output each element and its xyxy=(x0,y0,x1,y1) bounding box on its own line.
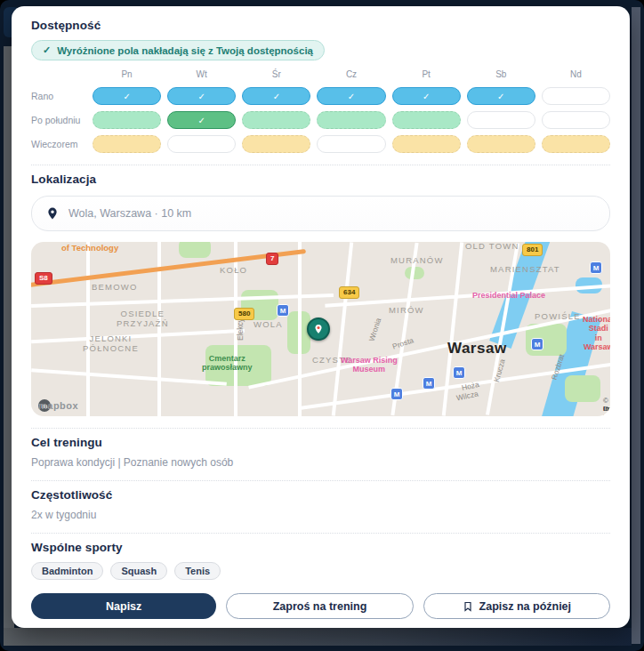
metro-icon: M xyxy=(423,377,435,390)
window-backdrop: Dostępność ✓ Wyróżnione pola nakładają s… xyxy=(0,0,644,651)
invite-to-training-button[interactable]: Zaproś na trening xyxy=(226,593,413,619)
availability-overlap-text: Wyróżnione pola nakładają się z Twoją do… xyxy=(57,45,313,56)
road xyxy=(442,242,463,415)
map-label: Warsaw xyxy=(447,340,507,358)
park xyxy=(565,375,600,402)
map-label: WOLA xyxy=(254,320,283,330)
availability-cell[interactable] xyxy=(93,135,161,153)
availability-cell[interactable] xyxy=(392,111,461,129)
map-label: Wilcza xyxy=(455,390,479,404)
day-label: Nd xyxy=(542,69,610,81)
map-label: Cmentarz prawosławny xyxy=(202,354,253,373)
metro-icon: M xyxy=(453,366,465,379)
check-icon: ✓ xyxy=(43,44,51,56)
availability-cell[interactable] xyxy=(467,111,535,129)
location-value: Wola, Warszawa · 10 km xyxy=(68,207,191,220)
availability-cell[interactable] xyxy=(317,135,385,153)
section-title-frequency: Częstotliwość xyxy=(31,488,610,502)
map-label: BEMOWO xyxy=(92,283,138,293)
road xyxy=(325,283,610,308)
metro-icon: M xyxy=(277,304,289,317)
map-label: Wronia xyxy=(368,317,384,342)
availability-cell[interactable] xyxy=(242,135,310,153)
divider xyxy=(31,480,610,481)
sport-chip[interactable]: Squash xyxy=(110,562,167,580)
map-label: OSIEDLE PRZYJAŹŃ xyxy=(117,309,169,329)
section-title-sports: Wspólne sporty xyxy=(31,541,610,554)
map-label: MURANÓW xyxy=(390,256,444,266)
day-label: Cz xyxy=(317,69,385,81)
day-label: Pt xyxy=(392,69,461,81)
map[interactable]: m mapbox © Mapbox © OpenStreetMap Improv… xyxy=(31,242,610,416)
divider xyxy=(31,428,610,429)
time-slot-label: Po południu xyxy=(31,115,86,125)
write-message-button[interactable]: Napisz xyxy=(31,593,216,619)
metro-icon: M xyxy=(390,388,403,400)
divider xyxy=(31,533,610,534)
availability-overlap-badge: ✓ Wyróżnione pola nakładają się z Twoją … xyxy=(31,40,325,60)
location-pin-icon xyxy=(46,207,59,220)
availability-cell[interactable]: ✓ xyxy=(167,87,236,105)
park xyxy=(179,242,211,258)
road-shield: 634 xyxy=(339,286,359,299)
map-label: MARIENSZTAT xyxy=(490,265,560,275)
divider xyxy=(31,165,610,165)
road xyxy=(332,242,353,415)
availability-cell[interactable] xyxy=(317,111,385,129)
availability-cell[interactable] xyxy=(167,135,236,153)
metro-icon: M xyxy=(590,261,602,274)
map-label: KOŁO xyxy=(220,266,247,276)
section-title-location: Lokalizacja xyxy=(31,173,610,186)
section-title-availability: Dostępność xyxy=(31,19,610,32)
map-label: National Stadi in Warsaw xyxy=(583,315,610,351)
sport-chip[interactable]: Tenis xyxy=(174,562,221,580)
day-label: Śr xyxy=(242,69,310,81)
availability-cell[interactable]: ✓ xyxy=(93,87,161,105)
highway xyxy=(31,249,306,289)
availability-cell[interactable]: ✓ xyxy=(317,87,385,105)
improve-map-link[interactable]: Improve this map xyxy=(603,405,610,416)
time-slot-label: Wieczorem xyxy=(31,139,86,149)
road-shield: 7 xyxy=(266,253,278,265)
availability-cell[interactable]: ✓ xyxy=(392,87,461,105)
time-slot-label: Rano xyxy=(31,91,86,101)
map-label: of Technology xyxy=(61,244,118,253)
availability-cell[interactable]: ✓ xyxy=(467,87,535,105)
road xyxy=(86,242,90,416)
location-marker[interactable] xyxy=(307,317,330,341)
bookmark-icon xyxy=(463,601,473,612)
availability-cell[interactable]: ✓ xyxy=(242,87,310,105)
availability-cell[interactable] xyxy=(542,135,610,153)
backdrop-right-strip xyxy=(632,7,640,644)
sports-chip-list: BadmintonSquashTenis xyxy=(31,562,610,580)
frequency-value: 2x w tygodniu xyxy=(31,509,610,521)
availability-cell[interactable] xyxy=(542,111,610,129)
section-title-goal: Cel treningu xyxy=(31,436,610,449)
road-shield: 580 xyxy=(234,308,254,320)
day-label: Wt xyxy=(167,69,236,81)
action-bar: Napisz Zaproś na trening Zapisz na późni… xyxy=(31,593,610,619)
road xyxy=(298,242,302,416)
availability-cell[interactable] xyxy=(242,111,310,129)
road xyxy=(31,368,227,385)
profile-detail-card: Dostępność ✓ Wyróżnione pola nakładają s… xyxy=(12,6,630,628)
map-label: MIRÓW xyxy=(389,306,424,316)
availability-grid: PnWtŚrCzPtSbNdRano✓✓✓✓✓✓Po południu✓Wiec… xyxy=(31,69,610,153)
day-label: Pn xyxy=(93,69,161,81)
availability-cell[interactable]: ✓ xyxy=(167,111,236,129)
road-shield: 801 xyxy=(522,244,543,256)
availability-cell[interactable] xyxy=(93,111,161,129)
availability-cell[interactable] xyxy=(392,135,461,153)
map-label: Presidential Palace xyxy=(472,291,545,300)
map-label: OLD TOWN xyxy=(465,242,519,252)
sport-chip[interactable]: Badminton xyxy=(31,562,103,580)
map-label: POWIŚLE xyxy=(535,312,581,322)
mapbox-logo[interactable]: m mapbox xyxy=(38,399,51,412)
save-for-later-button[interactable]: Zapisz na później xyxy=(423,593,610,619)
availability-cell[interactable] xyxy=(542,87,610,105)
availability-cell[interactable] xyxy=(467,135,535,153)
goal-value: Poprawa kondycji | Poznanie nowych osób xyxy=(31,456,610,469)
map-pin-icon xyxy=(313,324,324,334)
location-input[interactable]: Wola, Warszawa · 10 km xyxy=(31,196,610,231)
map-label: JELONKI PÓŁNOCNE xyxy=(83,334,139,354)
